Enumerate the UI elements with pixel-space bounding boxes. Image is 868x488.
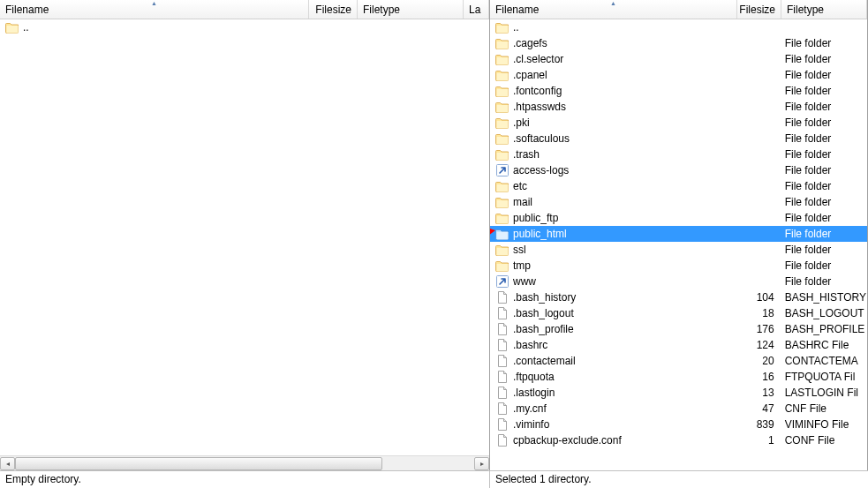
file-type: FTPQUOTA Fil	[780, 371, 867, 383]
file-type: LASTLOGIN Fil	[780, 387, 867, 399]
col-filename[interactable]: ▲ Filename	[490, 0, 737, 19]
local-file-list[interactable]: ..	[0, 19, 489, 455]
list-item[interactable]: .bash_profile176BASH_PROFILE	[490, 321, 867, 337]
list-item[interactable]: .bash_history104BASH_HISTORY	[490, 289, 867, 305]
file-type: File folder	[780, 275, 867, 288]
file-type: File folder	[780, 101, 867, 113]
remote-file-list[interactable]: ...cagefsFile folder.cl.selectorFile fol…	[490, 19, 867, 470]
file-type: BASH_LOGOUT	[780, 307, 867, 319]
list-item[interactable]: cpbackup-exclude.conf1CONF File	[490, 432, 867, 448]
col-filename[interactable]: ▲ Filename	[0, 0, 309, 19]
file-size: 20	[736, 355, 780, 367]
file-name: .cagefs	[513, 37, 547, 49]
list-item[interactable]: .contactemail20CONTACTEMA	[490, 353, 867, 369]
file-type: File folder	[780, 164, 867, 176]
file-type: File folder	[780, 180, 867, 192]
list-item[interactable]: .bash_logout18BASH_LOGOUT	[490, 305, 867, 321]
remote-status: Selected 1 directory.	[490, 471, 868, 488]
list-item[interactable]: .viminfo839VIMINFO File	[490, 417, 867, 432]
local-h-scrollbar[interactable]: ◂ ▸	[0, 455, 489, 470]
file-name: public_html	[513, 228, 567, 240]
col-filename-label: Filename	[5, 4, 49, 16]
file-name: .htpasswds	[513, 101, 566, 113]
scroll-left-button[interactable]: ◂	[0, 457, 15, 470]
file-size: 176	[736, 323, 780, 335]
scroll-right-button[interactable]: ▸	[474, 457, 489, 470]
list-item[interactable]: .htpasswdsFile folder	[490, 99, 867, 115]
col-filesize[interactable]: Filesize	[737, 0, 781, 19]
file-size: 13	[736, 387, 780, 399]
file-name: ..	[513, 21, 519, 34]
file-type: BASH_PROFILE	[780, 323, 867, 335]
col-filesize-label: Filesize	[739, 4, 775, 16]
col-filename-label: Filename	[495, 4, 539, 16]
file-type: CONTACTEMA	[780, 355, 867, 367]
list-item[interactable]: sslFile folder	[490, 242, 867, 258]
list-item[interactable]: .softaculousFile folder	[490, 131, 867, 146]
col-filesize[interactable]: Filesize	[309, 0, 358, 19]
file-size: 839	[736, 418, 780, 431]
file-name: .ftpquota	[513, 371, 555, 383]
file-name: www	[513, 275, 536, 288]
file-type: File folder	[780, 37, 867, 49]
file-name: access-logs	[513, 164, 569, 176]
list-item[interactable]: .fontconfigFile folder	[490, 83, 867, 99]
file-size: 104	[736, 291, 780, 304]
list-item[interactable]: public_htmlFile folder	[490, 226, 867, 242]
list-item[interactable]: .ftpquota16FTPQUOTA Fil	[490, 369, 867, 385]
file-name: .bash_profile	[513, 323, 574, 335]
col-filetype-label: Filetype	[363, 4, 400, 16]
file-name: .bash_history	[513, 291, 576, 304]
file-name: .trash	[513, 148, 540, 161]
list-item[interactable]: etcFile folder	[490, 178, 867, 194]
file-type: File folder	[780, 244, 867, 256]
col-filetype[interactable]: Filetype	[358, 0, 464, 19]
scroll-track[interactable]	[15, 457, 474, 470]
file-name: .bash_logout	[513, 307, 574, 319]
file-type: VIMINFO File	[780, 418, 867, 431]
list-item[interactable]: .my.cnf47CNF File	[490, 401, 867, 417]
list-item[interactable]: access-logsFile folder	[490, 162, 867, 178]
file-size: 16	[736, 371, 780, 383]
scroll-thumb[interactable]	[15, 457, 382, 470]
file-size: 1	[736, 434, 780, 447]
file-name: etc	[513, 180, 527, 192]
file-name: ..	[23, 21, 29, 34]
list-item[interactable]: .trashFile folder	[490, 146, 867, 162]
file-type: File folder	[780, 228, 867, 240]
col-filetype[interactable]: Filetype	[781, 0, 867, 19]
list-item[interactable]: .cl.selectorFile folder	[490, 51, 867, 67]
file-type: CNF File	[780, 402, 867, 415]
list-item[interactable]: tmpFile folder	[490, 258, 867, 274]
file-type: File folder	[780, 132, 867, 145]
list-item[interactable]: .cagefsFile folder	[490, 35, 867, 51]
col-filetype-label: Filetype	[787, 4, 824, 16]
file-name: .softaculous	[513, 132, 570, 145]
list-item[interactable]: .pkiFile folder	[490, 115, 867, 131]
list-item[interactable]: wwwFile folder	[490, 274, 867, 289]
status-bar: Empty directory. Selected 1 directory.	[0, 470, 868, 488]
file-size: 124	[736, 339, 780, 351]
file-name: .fontconfig	[513, 85, 562, 97]
list-item[interactable]: .cpanelFile folder	[490, 67, 867, 83]
list-item[interactable]: .lastlogin13LASTLOGIN Fil	[490, 385, 867, 401]
remote-column-headers: ▲ Filename Filesize Filetype	[490, 0, 867, 19]
list-item[interactable]: public_ftpFile folder	[490, 210, 867, 226]
local-column-headers: ▲ Filename Filesize Filetype La	[0, 0, 489, 19]
file-type: File folder	[780, 116, 867, 129]
file-type: CONF File	[780, 434, 867, 447]
list-item[interactable]: .bashrc124BASHRC File	[490, 337, 867, 353]
file-name: cpbackup-exclude.conf	[513, 434, 622, 447]
sort-asc-icon: ▲	[151, 0, 157, 6]
col-lastmod[interactable]: La	[464, 0, 489, 19]
local-status: Empty directory.	[0, 471, 490, 488]
file-type: File folder	[780, 69, 867, 81]
list-item[interactable]: ..	[0, 19, 489, 35]
file-type: BASHRC File	[780, 339, 867, 351]
file-type: File folder	[780, 148, 867, 161]
list-item[interactable]: ..	[490, 19, 867, 35]
list-item[interactable]: mailFile folder	[490, 194, 867, 210]
file-name: tmp	[513, 259, 531, 272]
file-size: 18	[736, 307, 780, 319]
file-name: .cpanel	[513, 69, 547, 81]
